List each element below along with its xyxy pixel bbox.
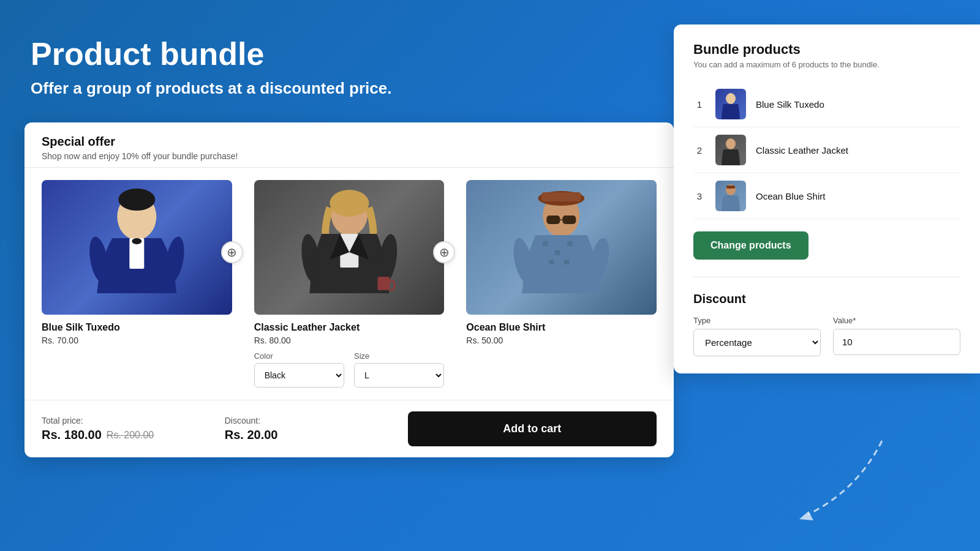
variant-selectors: Color Black Brown Navy Size S M L XL — [254, 351, 445, 388]
svg-rect-23 — [568, 241, 573, 246]
svg-rect-22 — [556, 250, 560, 255]
bundle-product-row-1: 1 Blue Silk Tuxedo — [693, 81, 960, 127]
bundle-panel-title: Bundle products — [693, 42, 960, 58]
bundle-product-number-3: 3 — [693, 191, 706, 201]
size-label: Size — [354, 351, 444, 361]
bundle-product-list: 1 Blue Silk Tuxedo 2 Classic Leather Jac… — [693, 81, 960, 219]
store-card-footer: Total price: Rs. 180.00 Rs. 200.00 Disco… — [24, 400, 674, 457]
svg-point-10 — [330, 190, 369, 217]
classic-leather-jacket-image — [254, 180, 445, 315]
product-3-price: Rs. 50.00 — [466, 335, 657, 345]
change-products-button[interactable]: Change products — [693, 231, 809, 260]
product-1-price: Rs. 70.00 — [42, 335, 232, 345]
bundle-product-number-1: 1 — [693, 99, 706, 110]
special-offer-title: Special offer — [42, 135, 657, 149]
footer-discount: Discount: Rs. 20.00 — [225, 416, 408, 442]
size-select[interactable]: S M L XL — [354, 363, 444, 388]
svg-point-5 — [132, 238, 141, 244]
plus-icon-1: ⊕ — [221, 241, 243, 263]
color-label: Color — [254, 351, 344, 361]
discount-type-label: Type — [693, 316, 821, 325]
bundle-thumb-2 — [715, 135, 746, 165]
hero-title: Product bundle — [31, 37, 391, 72]
bundle-product-row-3: 3 Ocean Blue Shirt — [693, 173, 960, 219]
hero-subtitle: Offer a group of products at a discounte… — [31, 79, 391, 98]
product-1-name: Blue Silk Tuxedo — [42, 322, 232, 333]
svg-rect-19 — [563, 216, 576, 224]
bundle-product-name-3: Ocean Blue Shirt — [756, 191, 825, 201]
svg-rect-31 — [726, 186, 735, 189]
color-group: Color Black Brown Navy — [254, 351, 344, 388]
discount-label: Discount: — [225, 416, 408, 425]
store-card: Special offer Shop now and enjoy 10% off… — [24, 122, 674, 457]
bundle-panel: Bundle products You can add a maximum of… — [674, 24, 980, 373]
bundle-product-row-2: 2 Classic Leather Jacket — [693, 127, 960, 173]
add-to-cart-button[interactable]: Add to cart — [408, 411, 657, 446]
total-prices: Rs. 180.00 Rs. 200.00 — [42, 428, 225, 442]
special-offer-subtitle: Shop now and enjoy 10% off your bundle p… — [42, 151, 657, 161]
discount-type-select[interactable]: Percentage Fixed amount — [693, 329, 821, 356]
total-current-price: Rs. 180.00 — [42, 428, 102, 442]
bundle-product-number-2: 2 — [693, 145, 706, 156]
discount-type-field: Type Percentage Fixed amount — [693, 316, 821, 356]
products-row: Blue Silk Tuxedo Rs. 70.00 ⊕ — [24, 168, 674, 400]
bundle-panel-subtitle: You can add a maximum of 6 products to t… — [693, 60, 960, 69]
bundle-thumb-3 — [715, 181, 746, 211]
discount-value: Rs. 20.00 — [225, 428, 408, 442]
svg-point-28 — [726, 93, 736, 104]
discount-fields: Type Percentage Fixed amount Value* — [693, 316, 960, 356]
bundle-product-name-2: Classic Leather Jacket — [756, 145, 848, 156]
discount-value-input[interactable] — [833, 329, 960, 355]
discount-value-label: Value* — [833, 316, 960, 325]
product-2-name: Classic Leather Jacket — [254, 322, 445, 333]
product-item-3: Ocean Blue Shirt Rs. 50.00 — [466, 180, 657, 388]
discount-section: Discount Type Percentage Fixed amount Va… — [693, 277, 960, 356]
svg-rect-14 — [377, 277, 390, 290]
bundle-product-name-1: Blue Silk Tuxedo — [756, 99, 824, 110]
hero-section: Product bundle Offer a group of products… — [31, 37, 391, 98]
color-select[interactable]: Black Brown Navy — [254, 363, 344, 388]
jacket-svg — [254, 180, 445, 315]
product-2-price: Rs. 80.00 — [254, 335, 445, 345]
store-card-header: Special offer Shop now and enjoy 10% off… — [24, 122, 674, 168]
product-item-2: Classic Leather Jacket Rs. 80.00 Color B… — [254, 180, 445, 388]
size-group: Size S M L XL — [354, 351, 444, 388]
svg-rect-18 — [547, 216, 560, 224]
blue-silk-tuxedo-image — [42, 180, 232, 315]
svg-rect-21 — [543, 241, 548, 246]
svg-point-29 — [726, 138, 736, 149]
svg-rect-24 — [549, 260, 554, 264]
product-3-name: Ocean Blue Shirt — [466, 322, 657, 333]
footer-total: Total price: Rs. 180.00 Rs. 200.00 — [42, 416, 225, 442]
svg-point-8 — [118, 189, 155, 211]
discount-section-title: Discount — [693, 292, 960, 306]
total-original-price: Rs. 200.00 — [107, 430, 154, 441]
total-label: Total price: — [42, 416, 225, 425]
product-item-1: Blue Silk Tuxedo Rs. 70.00 ⊕ — [42, 180, 232, 388]
tuxedo-svg — [42, 180, 232, 315]
discount-value-field: Value* — [833, 316, 960, 356]
plus-icon-2: ⊕ — [433, 241, 455, 263]
ocean-blue-shirt-image — [466, 180, 657, 315]
svg-rect-17 — [542, 192, 581, 201]
bundle-thumb-1 — [715, 89, 746, 119]
shirt-svg — [466, 180, 657, 315]
svg-rect-25 — [565, 260, 570, 264]
